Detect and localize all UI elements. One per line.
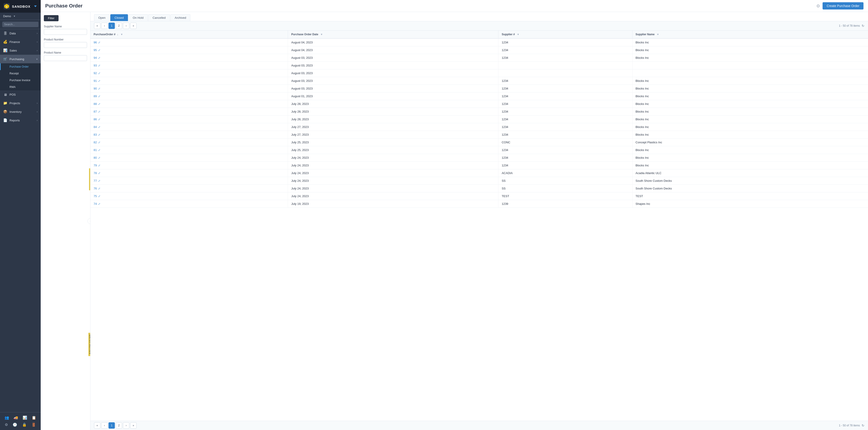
demo-dropdown[interactable]: Demo ▼ — [0, 13, 41, 20]
sidebar-item-finance[interactable]: 💰 Finance › — [0, 37, 41, 46]
settings-icon[interactable]: ⚙ — [5, 423, 8, 427]
sidebar-item-purchase-order[interactable]: Purchase Order — [0, 63, 41, 70]
po-number-link[interactable]: 91 — [94, 79, 97, 83]
clock-icon[interactable]: 🕐 — [13, 423, 17, 427]
sidebar-item-reports[interactable]: 📄 Reports › — [0, 116, 41, 125]
sidebar-item-inventory[interactable]: 📦 Inventory › — [0, 108, 41, 116]
po-number-link[interactable]: 76 — [94, 187, 97, 190]
po-number-link[interactable]: 78 — [94, 172, 97, 175]
sidebar-item-pos[interactable]: 🖥 POS — [0, 90, 41, 99]
expand-icon[interactable]: ⤢ — [98, 133, 100, 136]
expand-icon[interactable]: ⤢ — [98, 41, 100, 44]
expand-icon[interactable]: ⤢ — [98, 156, 100, 159]
sidebar-item-purchase-invoice[interactable]: Purchase Invoice — [0, 77, 41, 84]
po-number-link[interactable]: 90 — [94, 87, 97, 90]
first-page-button[interactable]: « — [94, 23, 100, 29]
last-page-btn-bottom[interactable]: » — [130, 422, 136, 429]
search-input[interactable] — [2, 22, 38, 27]
expand-icon[interactable]: ⤢ — [98, 87, 100, 90]
tab-open[interactable]: Open — [94, 14, 110, 21]
sidebar-item-purchasing[interactable]: 🛒 Purchasing ▾ — [0, 55, 41, 63]
page-2-button[interactable]: 2 — [116, 23, 122, 29]
sidebar-item-rma[interactable]: RMA — [0, 84, 41, 90]
po-number-link[interactable]: 94 — [94, 56, 97, 59]
refresh-icon[interactable]: ↻ — [862, 24, 864, 28]
po-number-link[interactable]: 92 — [94, 71, 97, 75]
tab-closed[interactable]: Closed — [110, 14, 128, 21]
po-number-link[interactable]: 74 — [94, 202, 97, 206]
product-number-input[interactable] — [44, 42, 87, 48]
expand-icon[interactable]: ⤢ — [98, 72, 100, 75]
expand-icon[interactable]: ⤢ — [98, 64, 100, 67]
po-number-link[interactable]: 89 — [94, 94, 97, 98]
sort-icon[interactable]: ↓ — [117, 33, 119, 36]
expand-icon[interactable]: ⤢ — [98, 149, 100, 152]
expand-icon[interactable]: ⤢ — [98, 49, 100, 52]
po-number-link[interactable]: 83 — [94, 133, 97, 136]
po-number-link[interactable]: 80 — [94, 156, 97, 159]
lock-icon[interactable]: 🔒 — [22, 423, 27, 427]
expand-icon[interactable]: ⤢ — [98, 95, 100, 98]
supplier-num-filter-icon[interactable]: ▼ — [517, 33, 520, 36]
next-page-button[interactable]: › — [123, 23, 129, 29]
po-number-link[interactable]: 86 — [94, 118, 97, 121]
last-page-button[interactable]: » — [130, 23, 136, 29]
po-number-link[interactable]: 88 — [94, 102, 97, 105]
create-purchase-order-button[interactable]: Create Purchase Order — [823, 2, 864, 9]
expand-icon[interactable]: ⤢ — [98, 118, 100, 121]
expand-icon[interactable]: ⤢ — [98, 172, 100, 175]
document-icon[interactable]: 📋 — [32, 416, 36, 420]
expand-icon[interactable]: ⤢ — [98, 141, 100, 144]
po-number-link[interactable]: 77 — [94, 179, 97, 182]
batch-action-tab[interactable]: BATCH ACTION — [88, 333, 90, 356]
po-number-link[interactable]: 95 — [94, 49, 97, 52]
po-number-link[interactable]: 75 — [94, 194, 97, 198]
po-number-link[interactable]: 79 — [94, 164, 97, 167]
collapse-filter-panel-arrow[interactable]: ‹ — [88, 218, 90, 224]
logout-icon[interactable]: 🚪 — [31, 423, 36, 427]
supplier-name-filter-icon[interactable]: ▼ — [657, 33, 659, 36]
prev-page-btn-bottom[interactable]: ‹ — [101, 422, 107, 429]
filter-grids-tab[interactable]: FILTER GRIDS — [89, 168, 90, 190]
expand-icon[interactable]: ⤢ — [98, 125, 100, 129]
first-page-btn-bottom[interactable]: « — [94, 422, 100, 429]
expand-icon[interactable]: ⤢ — [98, 164, 100, 167]
toggle-icon[interactable]: ⊙ — [816, 3, 820, 8]
tab-on-hold[interactable]: On Hold — [128, 14, 148, 21]
tab-archived[interactable]: Archived — [170, 14, 191, 21]
expand-icon[interactable]: ⤢ — [98, 56, 100, 59]
expand-icon[interactable]: ⤢ — [98, 179, 100, 182]
date-filter-icon[interactable]: ▼ — [320, 33, 323, 36]
expand-icon[interactable]: ⤢ — [98, 102, 100, 105]
po-number-link[interactable]: 84 — [94, 125, 97, 129]
sidebar-item-sales[interactable]: 📊 Sales › — [0, 46, 41, 55]
truck-icon[interactable]: 🚚 — [13, 416, 18, 420]
page-1-btn-bottom[interactable]: 1 — [108, 422, 115, 429]
expand-icon[interactable]: ⤢ — [98, 187, 100, 190]
tab-cancelled[interactable]: Cancelled — [148, 14, 170, 21]
table-row: 94 ⤢ August 03, 2023 1234 Blocks Inc — [90, 54, 868, 62]
expand-icon[interactable]: ⤢ — [98, 195, 100, 198]
po-number-link[interactable]: 96 — [94, 41, 97, 44]
sidebar-item-projects[interactable]: 📁 Projects › — [0, 99, 41, 108]
expand-icon[interactable]: ⤢ — [98, 79, 100, 83]
page-1-button[interactable]: 1 — [108, 23, 115, 29]
expand-icon[interactable]: ⤢ — [98, 110, 100, 113]
supplier-name-input[interactable] — [44, 29, 87, 35]
sidebar-item-data[interactable]: 🗄 Data › — [0, 29, 41, 37]
product-name-input[interactable] — [44, 55, 87, 61]
refresh-icon-bottom[interactable]: ↻ — [862, 424, 864, 427]
po-number-link[interactable]: 81 — [94, 148, 97, 152]
prev-page-button[interactable]: ‹ — [101, 23, 107, 29]
po-filter-icon[interactable]: ▼ — [121, 33, 123, 36]
po-number-link[interactable]: 87 — [94, 110, 97, 113]
filter-button[interactable]: Filter — [44, 15, 59, 21]
po-number-link[interactable]: 93 — [94, 64, 97, 67]
next-page-btn-bottom[interactable]: › — [123, 422, 129, 429]
sidebar-item-receipt[interactable]: Receipt — [0, 70, 41, 77]
expand-icon[interactable]: ⤢ — [98, 202, 100, 206]
po-number-link[interactable]: 82 — [94, 141, 97, 144]
chart-icon[interactable]: 📊 — [23, 416, 27, 420]
users-icon[interactable]: 👥 — [4, 416, 9, 420]
page-2-btn-bottom[interactable]: 2 — [116, 422, 122, 429]
